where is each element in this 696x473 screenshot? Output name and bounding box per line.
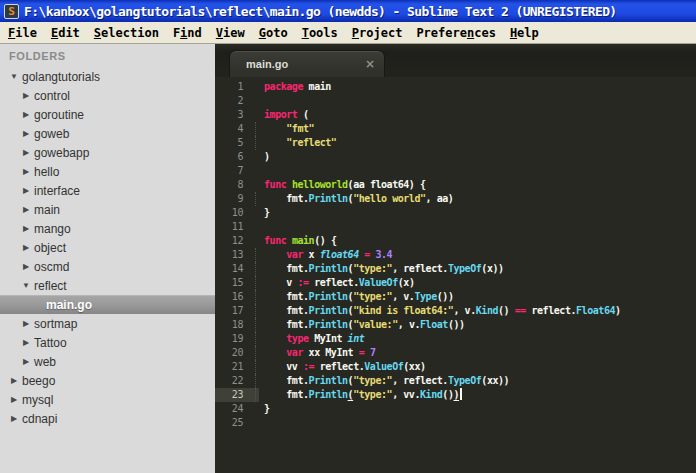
- tree-item-object[interactable]: ▶object: [0, 238, 215, 257]
- code-line[interactable]: 4 "fmt": [215, 122, 696, 136]
- code-line[interactable]: 22 fmt.Println("type:", reflect.TypeOf(x…: [215, 374, 696, 388]
- tree-item-label: reflect: [34, 279, 67, 293]
- code-line[interactable]: 10}: [215, 206, 696, 220]
- line-number: 24: [215, 402, 259, 416]
- code-line[interactable]: 8func helloworld(aa float64) {: [215, 178, 696, 192]
- code-area[interactable]: 1package main23import (4 "fmt"5 "reflect…: [215, 77, 696, 473]
- indent-guide: [255, 136, 256, 150]
- code-line[interactable]: 5 "reflect": [215, 136, 696, 150]
- text-caret: [460, 388, 462, 400]
- tree-item-label: gowebapp: [34, 146, 89, 160]
- code-line[interactable]: 13 var x float64 = 3.4: [215, 248, 696, 262]
- code-line-content: [259, 94, 264, 108]
- menu-item-preferences[interactable]: Preferences: [409, 23, 503, 43]
- code-line[interactable]: 17 fmt.Println("kind is float64:", v.Kin…: [215, 304, 696, 318]
- menu-item-goto[interactable]: Goto: [252, 23, 295, 43]
- code-line[interactable]: 14 fmt.Println("type:", reflect.TypeOf(x…: [215, 262, 696, 276]
- code-line[interactable]: 6): [215, 150, 696, 164]
- code-line[interactable]: 11: [215, 220, 696, 234]
- expand-arrow-icon: ▶: [20, 262, 32, 271]
- tree-item-interface[interactable]: ▶interface: [0, 181, 215, 200]
- code-line[interactable]: 9 fmt.Println("hello world", aa): [215, 192, 696, 206]
- line-number: 11: [215, 220, 259, 234]
- menu-item-tools[interactable]: Tools: [295, 23, 345, 43]
- tree-item-goroutine[interactable]: ▶goroutine: [0, 105, 215, 124]
- tree-item-golangtutorials[interactable]: ▼golangtutorials: [0, 67, 215, 86]
- line-number: 23: [215, 388, 259, 402]
- tree-item-oscmd[interactable]: ▶oscmd: [0, 257, 215, 276]
- code-line[interactable]: 23 fmt.Println("type:", vv.Kind()): [215, 388, 696, 402]
- tree-item-control[interactable]: ▶control: [0, 86, 215, 105]
- code-line-content: vv := reflect.ValueOf(xx): [259, 360, 426, 374]
- tree-item-beego[interactable]: ▶beego: [0, 371, 215, 390]
- tree-item-reflect[interactable]: ▼reflect: [0, 276, 215, 295]
- tree-item-label: control: [34, 89, 70, 103]
- menu-item-help[interactable]: Help: [503, 23, 546, 43]
- indent-guide: [255, 290, 256, 304]
- expand-arrow-icon: ▶: [20, 338, 32, 347]
- line-number: 8: [215, 178, 259, 192]
- menu-item-file[interactable]: File: [1, 23, 44, 43]
- tree-item-Tattoo[interactable]: ▶Tattoo: [0, 333, 215, 352]
- tree-item-label: oscmd: [34, 260, 69, 274]
- code-line-content: [259, 220, 264, 234]
- tree-item-main-go[interactable]: main.go: [0, 295, 215, 314]
- tree-item-hello[interactable]: ▶hello: [0, 162, 215, 181]
- indent-guide: [255, 318, 256, 332]
- collapse-arrow-icon: ▼: [8, 72, 20, 81]
- code-line[interactable]: 16 fmt.Println("type:", v.Type()): [215, 290, 696, 304]
- tree-item-web[interactable]: ▶web: [0, 352, 215, 371]
- sublime-text-window: S F:\kanbox\golangtutorials\reflect\main…: [0, 0, 696, 473]
- tree-item-cdnapi[interactable]: ▶cdnapi: [0, 409, 215, 428]
- code-line[interactable]: 2: [215, 94, 696, 108]
- code-line[interactable]: 3import (: [215, 108, 696, 122]
- code-line[interactable]: 12func main() {: [215, 234, 696, 248]
- code-line[interactable]: 15 v := reflect.ValueOf(x): [215, 276, 696, 290]
- tab-bar: main.go ×: [215, 44, 696, 77]
- menu-item-selection[interactable]: Selection: [87, 23, 166, 43]
- menu-item-view[interactable]: View: [209, 23, 252, 43]
- title-bar[interactable]: S F:\kanbox\golangtutorials\reflect\main…: [0, 0, 696, 22]
- line-number: 20: [215, 346, 259, 360]
- tree-item-main[interactable]: ▶main: [0, 200, 215, 219]
- expand-arrow-icon: ▶: [20, 224, 32, 233]
- expand-arrow-icon: ▶: [20, 319, 32, 328]
- indent-guide: [255, 346, 256, 360]
- tree-item-label: golangtutorials: [22, 70, 100, 84]
- code-line[interactable]: 18 fmt.Println("value:", v.Float()): [215, 318, 696, 332]
- indent-guide: [255, 192, 256, 206]
- code-line-content: }: [259, 402, 270, 416]
- tree-item-label: goweb: [34, 127, 69, 141]
- line-number: 21: [215, 360, 259, 374]
- expand-arrow-icon: ▶: [20, 167, 32, 176]
- line-number: 19: [215, 332, 259, 346]
- tree-item-mango[interactable]: ▶mango: [0, 219, 215, 238]
- code-line[interactable]: 1package main: [215, 80, 696, 94]
- line-number: 10: [215, 206, 259, 220]
- menu-item-project[interactable]: Project: [345, 23, 410, 43]
- tree-item-sortmap[interactable]: ▶sortmap: [0, 314, 215, 333]
- tab-main-go[interactable]: main.go ×: [229, 50, 385, 77]
- tree-item-mysql[interactable]: ▶mysql: [0, 390, 215, 409]
- code-line[interactable]: 19 type MyInt int: [215, 332, 696, 346]
- close-icon[interactable]: ×: [365, 57, 375, 71]
- code-line-content: fmt.Println("value:", v.Float()): [259, 318, 465, 332]
- tree-item-gowebapp[interactable]: ▶gowebapp: [0, 143, 215, 162]
- line-number: 16: [215, 290, 259, 304]
- code-line-content: fmt.Println("type:", vv.Kind()): [259, 388, 462, 402]
- menu-item-find[interactable]: Find: [166, 23, 209, 43]
- code-line-content: "reflect": [259, 136, 336, 150]
- code-line[interactable]: 7: [215, 164, 696, 178]
- code-line[interactable]: 20 var xx MyInt = 7: [215, 346, 696, 360]
- line-number: 1: [215, 80, 259, 94]
- code-line-content: fmt.Println("hello world", aa): [259, 192, 453, 206]
- code-line[interactable]: 21 vv := reflect.ValueOf(xx): [215, 360, 696, 374]
- sublime-app-icon[interactable]: S: [4, 4, 19, 19]
- menu-item-edit[interactable]: Edit: [44, 23, 87, 43]
- folders-header: FOLDERS: [0, 44, 215, 67]
- tree-item-label: main: [34, 203, 60, 217]
- code-line[interactable]: 24}: [215, 402, 696, 416]
- tree-item-goweb[interactable]: ▶goweb: [0, 124, 215, 143]
- code-line[interactable]: 25: [215, 416, 696, 430]
- folder-tree: ▼golangtutorials▶control▶goroutine▶goweb…: [0, 67, 215, 428]
